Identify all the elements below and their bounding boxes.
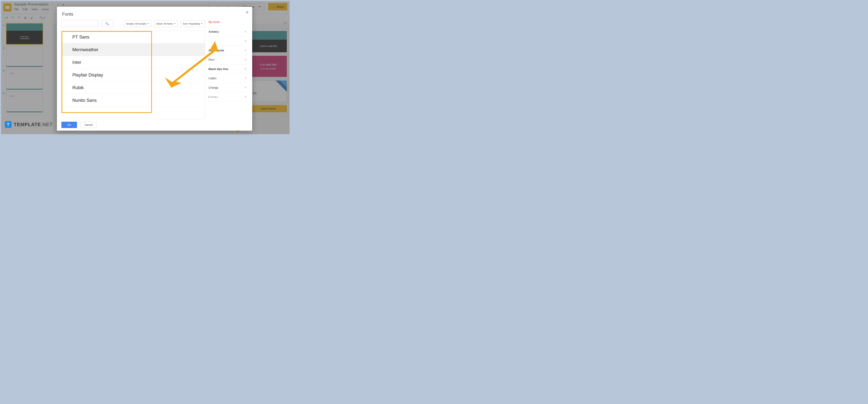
myfont-row[interactable]: Changa✕ [208, 83, 248, 92]
chevron-down-icon [147, 23, 149, 24]
font-search-input[interactable] [61, 20, 99, 27]
close-icon[interactable]: ✕ [246, 10, 249, 15]
remove-icon[interactable]: ✕ [244, 58, 247, 61]
remove-icon[interactable]: ✕ [244, 67, 247, 71]
font-list[interactable]: PT Sans Merriweather Inter Playfair Disp… [61, 30, 205, 119]
remove-icon[interactable]: ✕ [244, 39, 247, 43]
myfont-row[interactable]: Calibri✕ [208, 74, 248, 83]
template-logo-icon: T [5, 121, 11, 128]
scripts-filter[interactable]: Scripts: All Scripts [124, 20, 151, 27]
font-row[interactable]: Merriweather [62, 44, 205, 56]
my-fonts-title: My fonts [208, 20, 248, 27]
remove-icon[interactable]: ✕ [244, 95, 247, 98]
myfont-row[interactable]: Bitter✕ [208, 55, 248, 64]
remove-icon[interactable]: ✕ [244, 86, 247, 89]
remove-icon[interactable]: ✕ [244, 77, 247, 80]
show-filter[interactable]: Show: All fonts [154, 20, 178, 27]
sort-filter[interactable]: Sort: Popularity [180, 20, 205, 27]
font-row[interactable]: Nunito Sans [62, 94, 205, 107]
chevron-down-icon [174, 23, 175, 24]
cancel-button[interactable]: Cancel [81, 122, 96, 128]
fonts-dialog: Fonts ✕ 🔍 Scripts: All Scripts Show: All… [57, 7, 252, 131]
font-row[interactable]: Rubik [62, 81, 205, 94]
chevron-down-icon [201, 23, 203, 24]
search-icon: 🔍 [105, 22, 109, 26]
myfont-row[interactable]: Aclonica✕ [208, 27, 248, 36]
myfont-row[interactable]: Audiowide✕ [208, 46, 248, 55]
font-row[interactable]: Playfair Display [62, 69, 205, 81]
dialog-title: Fonts [57, 7, 252, 20]
myfont-row[interactable]: Black Ops One✕ [208, 64, 248, 74]
watermark: T TEMPLATE.NET [5, 121, 53, 128]
myfont-row[interactable]: ✕ [208, 36, 248, 46]
font-row[interactable]: Inter [62, 56, 205, 69]
ok-button[interactable]: OK [61, 122, 77, 128]
font-row[interactable]: PT Sans [62, 31, 205, 44]
remove-icon[interactable]: ✕ [244, 30, 247, 33]
remove-icon[interactable]: ✕ [244, 49, 247, 52]
search-button[interactable]: 🔍 [101, 20, 113, 27]
myfont-row[interactable]: Cinzel✕ [208, 92, 248, 102]
